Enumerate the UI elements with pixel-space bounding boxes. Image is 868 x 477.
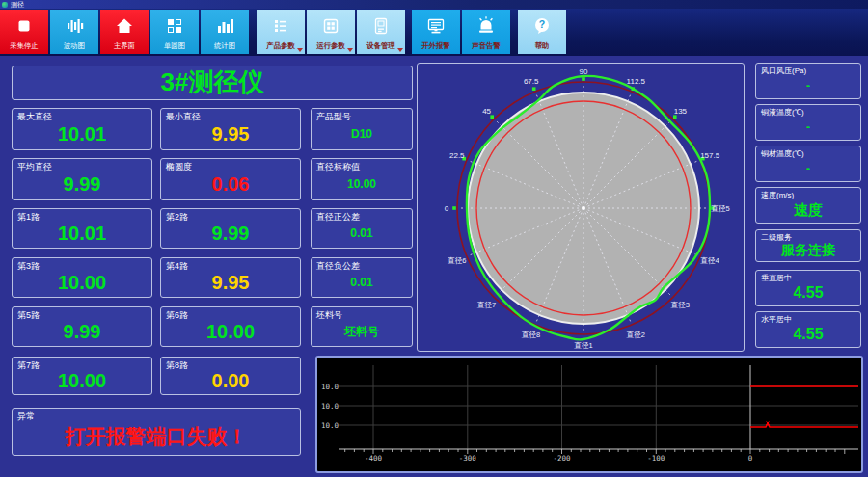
toolbar: 采集停止波动图主界面单圆图统计图产品参数运行参数设备管理开外报警声音告警?帮助 [0,9,868,56]
metric-box-min-diameter: 最小直径9.95 [160,108,301,150]
metric-box-minus-tolerance: 直径负公差0.01 [311,257,413,298]
toolbar-button-label: 产品参数 [266,42,294,49]
metric-value: 9.95 [163,119,298,148]
metric-value: 10.01 [14,220,149,247]
svg-text:-300: -300 [459,454,477,463]
svg-text:157.5: 157.5 [700,151,720,160]
panel-value: - [758,116,858,139]
metric-box-channel-1: 第1路10.01 [12,208,152,249]
metric-box-billet-no: 坯料号坯料号 [311,306,413,347]
panel-value: 4.55 [758,323,858,346]
svg-text:67.5: 67.5 [524,77,539,86]
svg-text:10.0: 10.0 [321,383,339,391]
stop-icon [0,10,48,42]
device-icon [357,10,405,42]
toolbar-button-stop-capture[interactable]: 采集停止 [0,10,48,54]
svg-text:10.0: 10.0 [321,402,339,411]
toolbar-button-label: 采集停止 [10,42,38,49]
toolbar-button-out-of-range-alarm[interactable]: 开外报警 [412,10,460,54]
svg-text:直径4: 直径4 [700,256,719,265]
metric-box-exception: 异常 打开报警端口失败！ [12,408,301,456]
panel-value: - [758,157,858,180]
svg-text:90: 90 [580,67,588,76]
metric-value: 0.01 [313,220,410,247]
toolbar-button-label: 运行参数 [316,42,344,49]
metric-box-channel-4: 第4路9.95 [160,257,301,298]
metric-value: 坯料号 [313,318,410,345]
metric-box-plus-tolerance: 直径正公差0.01 [311,208,413,249]
metric-value: 9.95 [163,269,298,296]
metric-box-channel-2: 第2路9.99 [160,208,301,249]
app-window: 测径 采集停止波动图主界面单圆图统计图产品参数运行参数设备管理开外报警声音告警?… [0,0,868,477]
toolbar-button-label: 设备管理 [366,42,394,49]
panel-secondary-service: 二级服务服务连接 [755,229,861,262]
svg-text:135: 135 [674,107,688,116]
polar-chart-panel: 022.54567.590112.5135157.5直径5直径4直径3直径2直径… [417,63,745,352]
panel-air-pressure: 风口风压(Pa)- [755,63,861,99]
toolbar-button-help[interactable]: ?帮助 [518,10,566,54]
panel-copper-material-temp: 铜材温度(℃)- [755,146,861,182]
svg-text:0: 0 [748,454,753,463]
metric-box-channel-6: 第6路10.00 [160,306,301,347]
panel-copper-liquid-temp: 铜液温度(℃)- [755,104,861,141]
panel-value: 服务连接 [758,241,858,260]
metric-value: 9.99 [163,220,298,247]
toolbar-button-sound-alarm[interactable]: 声音告警 [462,10,510,54]
metric-box-channel-3: 第3路10.00 [12,257,152,298]
metric-value: 10.00 [14,269,149,296]
metric-box-channel-7: 第7路10.00 [12,357,152,395]
metric-value: 9.99 [14,318,149,345]
toolbar-button-single-circle-chart[interactable]: 单圆图 [150,10,199,54]
metric-box-avg-diameter: 平均直径9.99 [12,158,152,200]
toolbar-button-label: 主界面 [114,42,135,49]
svg-text:直径6: 直径6 [447,256,466,265]
wave-icon [50,10,98,42]
toolbar-button-label: 单圆图 [164,42,185,49]
metric-value: 10.00 [163,318,298,345]
metric-box-channel-8: 第8路0.00 [160,357,301,395]
panel-value: 4.55 [758,281,858,305]
home-icon [100,10,149,42]
chevron-down-icon [397,48,403,52]
svg-text:直径2: 直径2 [626,331,645,339]
toolbar-button-stats-chart[interactable]: 统计图 [201,10,249,54]
metric-value: 0.01 [313,269,410,296]
siren-icon [462,10,510,42]
panel-vertical-center: 垂直居中4.55 [755,270,861,306]
help-icon: ? [518,10,566,42]
svg-text:直径5: 直径5 [710,204,729,213]
svg-text:-200: -200 [553,454,571,463]
toolbar-button-run-params[interactable]: 运行参数 [307,10,355,54]
svg-text:直径1: 直径1 [573,341,592,350]
toolbar-button-label: 帮助 [535,42,550,49]
svg-text:-100: -100 [647,454,665,463]
grid-icon [307,10,355,42]
panel-value: 速度 [758,199,858,222]
trend-chart-panel: 10.010.010.0-400-300-200-1000 [315,356,863,473]
toolbar-button-product-params[interactable]: 产品参数 [257,10,305,54]
stats-icon [201,10,249,42]
panel-speed: 速度(m/s)速度 [755,187,861,224]
svg-text:22.5: 22.5 [449,151,465,160]
title-bar: 测径 [0,0,868,9]
alarm-value: 打开报警端口失败！ [14,419,298,454]
svg-text:10.0: 10.0 [321,421,339,430]
toolbar-button-device-management[interactable]: 设备管理 [357,10,405,54]
toolbar-button-label: 开外报警 [421,42,449,49]
window-title: 测径 [11,1,24,9]
chevron-down-icon [347,48,353,52]
gauge-title-box: 3#测径仪 [12,66,413,100]
toolbar-button-label: 声音告警 [472,42,500,49]
toolbar-button-wave-chart[interactable]: 波动图 [50,10,98,54]
metric-box-nominal-diameter: 直径标称值10.00 [311,158,413,200]
chevron-down-icon [297,48,303,52]
toolbar-button-main-screen[interactable]: 主界面 [100,10,149,54]
toolbar-button-label: 统计图 [214,42,235,49]
metric-box-channel-5: 第5路9.99 [12,306,152,347]
gauge-title: 3#测径仪 [14,66,410,98]
svg-text:直径3: 直径3 [670,301,690,309]
metric-value: 10.00 [14,368,149,393]
metric-value: D10 [313,119,410,148]
svg-text:?: ? [539,18,545,30]
monitor-icon [412,10,460,42]
